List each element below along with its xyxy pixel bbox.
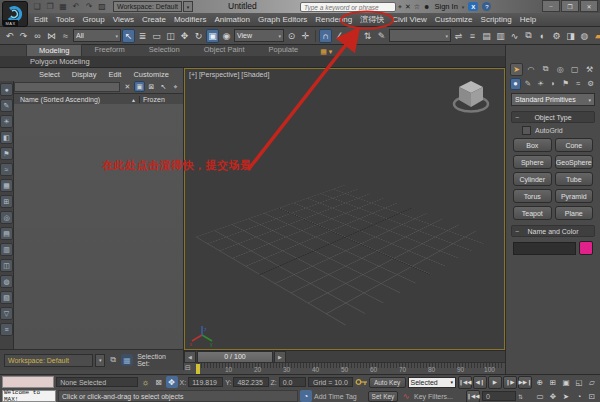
user-icon[interactable]: ☻ [423, 3, 430, 11]
create-tab-icon[interactable]: ➤ [510, 63, 523, 76]
object-type-rollout[interactable]: − Object Type [511, 111, 595, 123]
workspace-caret-icon[interactable]: ▾ [183, 1, 193, 12]
selection-lock-icon[interactable]: ⊠ [153, 376, 165, 388]
set-key-button[interactable]: Set Key [368, 391, 398, 402]
maxscript-listener[interactable] [2, 376, 54, 388]
cylinder-button[interactable]: Cylinder [513, 172, 552, 186]
rectangular-selection-icon[interactable]: ▭ [150, 29, 163, 43]
window-crossing-icon[interactable]: ◫ [164, 29, 177, 43]
angle-snap-icon[interactable]: ∠ [333, 29, 346, 43]
menu-help[interactable]: Help [516, 15, 540, 24]
menu-group[interactable]: Group [78, 15, 108, 24]
select-results-icon[interactable]: ▣ [134, 81, 145, 92]
previous-frame-arrow[interactable]: ◀ [184, 351, 196, 363]
workspace-selector[interactable]: Workspace: Default [4, 354, 93, 367]
pyramid-button[interactable]: Pyramid [555, 189, 594, 203]
key-filters-button[interactable]: Key Filters... [414, 393, 464, 400]
tab-selection[interactable]: Selection [137, 44, 192, 56]
percent-snap-icon[interactable]: % [347, 29, 360, 43]
layer-explorer-icon[interactable]: ⧉ [107, 354, 119, 366]
tab-modeling[interactable]: Modeling [26, 44, 82, 56]
display-spacewarps-icon[interactable]: ≈ [0, 163, 13, 176]
viewcube[interactable] [448, 73, 494, 119]
zoom-region-icon[interactable]: ▭ [534, 391, 546, 402]
search-input[interactable] [300, 2, 396, 12]
frame-spinner-icon[interactable]: ⇅ [518, 393, 523, 400]
filter-icon[interactable]: ▽ [0, 307, 13, 320]
menu-create[interactable]: Create [138, 15, 170, 24]
list-options-icon[interactable]: ≡ [0, 323, 13, 336]
display-objects-icon[interactable]: ◫ [0, 259, 13, 272]
maximize-viewport-icon[interactable]: ⊡ [586, 391, 598, 402]
zoom-icon[interactable]: ⊕ [534, 377, 546, 388]
save-file-icon[interactable]: ▦ [58, 2, 68, 11]
geometry-icon[interactable]: ● [510, 78, 521, 90]
lights-icon[interactable]: ☀ [535, 78, 546, 90]
zoom-extents-all-icon[interactable]: ◱ [573, 377, 585, 388]
display-tab-icon[interactable]: ▢ [568, 63, 581, 76]
scene-explorer-toggle-icon[interactable]: ▥ [494, 29, 507, 43]
shapes-icon[interactable]: ✎ [523, 78, 534, 90]
display-bones-icon[interactable]: ◎ [0, 211, 13, 224]
autogrid-checkbox[interactable] [522, 126, 531, 135]
perspective-viewport[interactable]: [+] [Perspective] [Shaded] x y z [184, 68, 505, 350]
viewport-label[interactable]: [+] [Perspective] [Shaded] [189, 71, 269, 78]
pick-object-icon[interactable]: ↖ [158, 81, 169, 92]
sign-in-caret-icon[interactable]: ▾ [462, 4, 465, 10]
align-icon[interactable]: ≡ [466, 29, 479, 43]
auto-key-button[interactable]: Auto Key [369, 377, 406, 388]
favorites-star-icon[interactable]: ☆ [414, 3, 420, 11]
box-button[interactable]: Box [513, 138, 552, 152]
display-shapes-icon[interactable]: ✎ [0, 99, 13, 112]
redo-icon[interactable]: ↷ [84, 2, 94, 11]
next-frame-button[interactable]: ❙▶ [503, 376, 517, 389]
tube-button[interactable]: Tube [555, 172, 594, 186]
previous-frame-button[interactable]: ◀❙ [473, 376, 487, 389]
display-helpers-icon[interactable]: ⚑ [0, 147, 13, 160]
menu-views[interactable]: Views [109, 15, 138, 24]
go-to-end-button[interactable]: ▶▶❙ [518, 376, 532, 389]
next-frame-arrow[interactable]: ▶ [274, 351, 286, 363]
curve-editor-icon[interactable]: ∿ [508, 29, 521, 43]
spacewarps-icon[interactable]: ≈ [573, 78, 584, 90]
zoom-all-icon[interactable]: ⊞ [547, 377, 559, 388]
column-name-header[interactable]: Name (Sorted Ascending) ▲ [14, 96, 139, 103]
display-lights-icon[interactable]: ☀ [0, 115, 13, 128]
helpers-icon[interactable]: ⚑ [560, 78, 571, 90]
help-icon[interactable]: ? [482, 2, 491, 11]
display-materials-icon[interactable]: ▥ [0, 243, 13, 256]
explorer-search-input[interactable] [14, 82, 120, 92]
exchange-app-icon[interactable]: X [468, 2, 478, 11]
menu-tools[interactable]: Tools [52, 15, 79, 24]
selection-filter-dropdown[interactable]: All▾ [73, 29, 121, 42]
cameras-icon[interactable]: ◗ [548, 78, 559, 90]
walk-through-icon[interactable]: ➤ [560, 391, 572, 402]
mirror-icon[interactable]: ⇌ [452, 29, 465, 43]
menu-rendering[interactable]: Rendering [311, 15, 356, 24]
geosphere-button[interactable]: GeoSphere [555, 155, 594, 169]
close-button[interactable]: ✕ [580, 0, 598, 12]
lock-explorer-icon[interactable]: ⊠ [146, 81, 157, 92]
undo-icon[interactable]: ↶ [71, 2, 81, 11]
menu-customize[interactable]: Customize [431, 15, 477, 24]
schematic-view-icon[interactable]: ⧉ [522, 29, 535, 43]
teapot-button[interactable]: Teapot [513, 206, 552, 220]
time-tag-icon[interactable]: ◔ [300, 390, 312, 402]
time-configuration-key-icon[interactable] [355, 376, 367, 388]
cone-button[interactable]: Cone [555, 138, 594, 152]
z-coordinate-field[interactable]: 0.0 [279, 377, 306, 387]
primitive-category-dropdown[interactable]: Standard Primitives ▾ [511, 93, 595, 106]
open-file-icon[interactable]: ❐ [45, 2, 55, 11]
polygon-modeling-panel[interactable]: Polygon Modeling [0, 56, 505, 68]
menu-animation[interactable]: Animation [210, 15, 254, 24]
y-coordinate-field[interactable]: 482.235 [233, 377, 268, 387]
explorer-mode-icon[interactable]: ▦ [121, 354, 133, 366]
orbit-icon[interactable]: ◔ [573, 391, 585, 402]
new-file-icon[interactable]: ❏ [32, 2, 42, 11]
search-go-icon[interactable]: ⌖ [398, 3, 402, 11]
torus-button[interactable]: Torus [513, 189, 552, 203]
add-time-tag-label[interactable]: Add Time Tag [314, 393, 366, 400]
named-selection-dropdown[interactable]: ▾ [389, 29, 451, 42]
fov-icon[interactable]: ▱ [586, 377, 598, 388]
isolate-selection-icon[interactable]: ☼ [140, 376, 152, 388]
